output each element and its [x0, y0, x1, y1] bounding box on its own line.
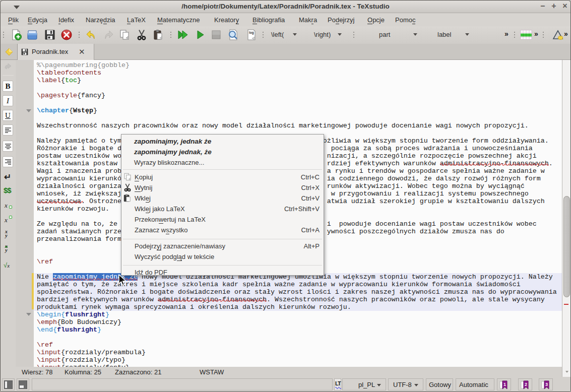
svg-text:log: log: [249, 31, 254, 35]
svg-text:1: 1: [503, 382, 506, 387]
svg-text:2: 2: [525, 382, 527, 387]
svg-text:3: 3: [545, 382, 548, 387]
